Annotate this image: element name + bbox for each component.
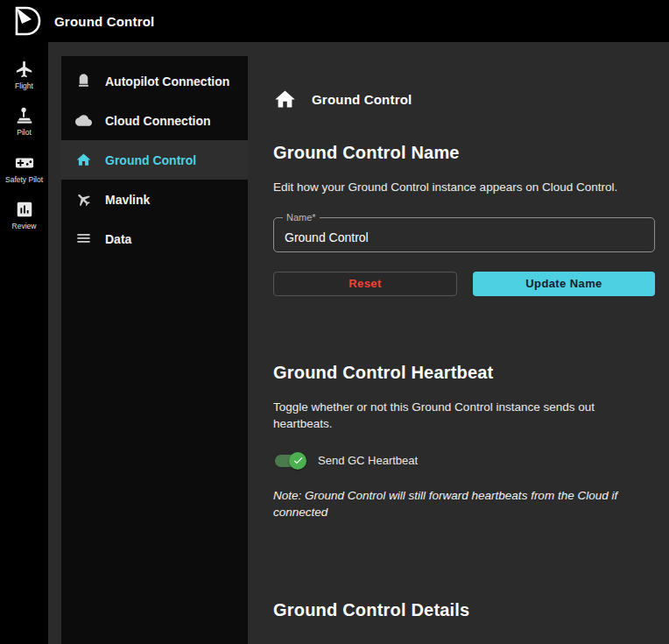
- top-app-bar: Ground Control: [0, 0, 669, 42]
- heartbeat-toggle[interactable]: [273, 452, 306, 470]
- review-chart-icon: [15, 200, 34, 219]
- heartbeat-toggle-label: Send GC Heartbeat: [318, 454, 418, 467]
- mavlink-plane-icon: [75, 191, 92, 208]
- heartbeat-note: Note: Ground Control will still forward …: [273, 487, 655, 521]
- name-field-label: Name*: [283, 212, 320, 223]
- name-actions: Reset Update Name: [273, 272, 655, 296]
- flight-icon: [15, 60, 34, 79]
- rail-label: Pilot: [17, 129, 32, 137]
- toggle-thumb: [289, 452, 306, 470]
- reset-button[interactable]: Reset: [273, 272, 457, 296]
- rail-label: Review: [12, 223, 37, 230]
- nav-item-label: Mavlink: [105, 193, 150, 207]
- nav-item-label: Cloud Connection: [105, 114, 211, 128]
- details-section-title: Ground Control Details: [273, 600, 655, 620]
- app-title: Ground Control: [54, 14, 154, 29]
- page-header: Ground Control: [273, 88, 655, 111]
- nav-item-data[interactable]: Data: [61, 219, 248, 258]
- nav-item-ground-control[interactable]: Ground Control: [61, 140, 248, 180]
- rail-label: Safety Pilot: [5, 176, 43, 184]
- heartbeat-toggle-row: Send GC Heartbeat: [273, 452, 655, 470]
- nav-item-mavlink[interactable]: Mavlink: [61, 180, 248, 219]
- name-section-description: Edit how your Ground Control instance ap…: [273, 179, 655, 196]
- cloud-icon: [75, 112, 92, 129]
- name-field-wrapper: Name*: [273, 217, 655, 252]
- left-rail: Flight Pilot Safety Pilot Review: [0, 42, 48, 644]
- nav-item-label: Data: [105, 232, 131, 246]
- page-title: Ground Control: [312, 92, 412, 107]
- main-content: Ground Control Ground Control Name Edit …: [248, 56, 669, 644]
- rail-label: Flight: [15, 82, 33, 90]
- data-list-icon: [75, 230, 92, 247]
- name-section-title: Ground Control Name: [273, 143, 655, 163]
- name-input[interactable]: [274, 218, 654, 251]
- check-icon: [292, 455, 304, 466]
- pilot-joystick-icon: [15, 106, 34, 125]
- update-name-button[interactable]: Update Name: [473, 272, 655, 296]
- heartbeat-section-description: Toggle whether or not this Ground Contro…: [273, 399, 655, 433]
- nav-item-cloud-connection[interactable]: Cloud Connection: [61, 101, 248, 140]
- rail-item-pilot[interactable]: Pilot: [0, 99, 48, 145]
- autopilot-icon: [75, 73, 92, 89]
- settings-nav: Autopilot Connection Cloud Connection Gr…: [61, 56, 248, 644]
- rail-item-safety-pilot[interactable]: Safety Pilot: [0, 146, 48, 193]
- gamepad-icon: [15, 153, 34, 173]
- home-icon: [273, 88, 297, 111]
- workspace: Autopilot Connection Cloud Connection Gr…: [48, 42, 669, 644]
- app-logo-icon: [11, 5, 42, 37]
- heartbeat-section-title: Ground Control Heartbeat: [273, 363, 655, 383]
- rail-item-review[interactable]: Review: [0, 193, 48, 239]
- nav-item-label: Ground Control: [105, 153, 196, 167]
- rail-item-flight[interactable]: Flight: [0, 53, 48, 99]
- nav-item-label: Autopilot Connection: [105, 74, 229, 88]
- nav-item-autopilot-connection[interactable]: Autopilot Connection: [61, 61, 248, 101]
- home-icon: [75, 152, 92, 168]
